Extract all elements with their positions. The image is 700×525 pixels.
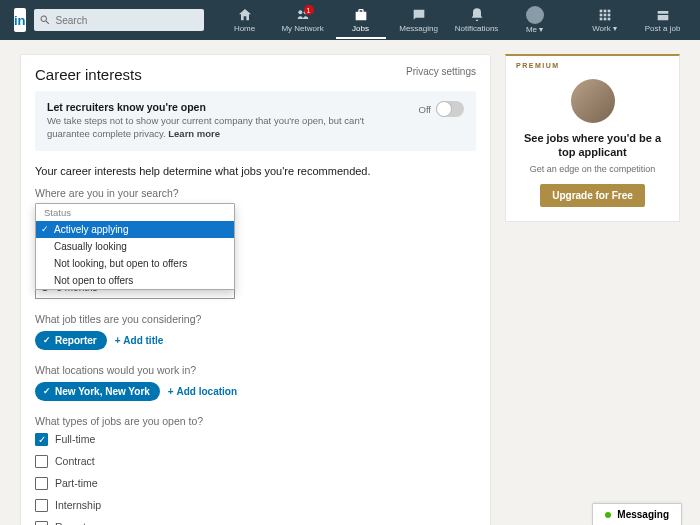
job-type-label: Full-time bbox=[55, 433, 95, 445]
svg-rect-10 bbox=[607, 18, 610, 21]
linkedin-logo[interactable]: in bbox=[14, 8, 26, 32]
svg-rect-2 bbox=[599, 10, 602, 13]
svg-point-0 bbox=[298, 10, 302, 14]
open-heading: Let recruiters know you're open bbox=[47, 101, 405, 113]
status-question: Where are you in your search? bbox=[35, 187, 476, 199]
svg-rect-6 bbox=[603, 14, 606, 17]
premium-sub: Get an edge on the competition bbox=[520, 164, 665, 174]
status-option-not-looking[interactable]: Not looking, but open to offers bbox=[36, 255, 234, 272]
job-type-row[interactable]: ✓Full-time bbox=[35, 433, 476, 446]
open-body: We take steps not to show your current c… bbox=[47, 115, 405, 141]
job-type-row[interactable]: Remote bbox=[35, 521, 476, 525]
nav-jobs[interactable]: Jobs bbox=[336, 7, 386, 33]
add-location-link[interactable]: Add location bbox=[168, 386, 237, 397]
messaging-bar[interactable]: Messaging bbox=[592, 503, 682, 525]
types-question: What types of jobs are you open to? bbox=[35, 415, 476, 427]
job-type-label: Contract bbox=[55, 455, 95, 467]
checkbox-full-time[interactable]: ✓ bbox=[35, 433, 48, 446]
open-toggle[interactable]: Off bbox=[419, 101, 465, 117]
top-nav: in Home 1My Network Jobs Messaging Notif… bbox=[0, 0, 700, 40]
checkbox-contract[interactable] bbox=[35, 455, 48, 468]
svg-rect-3 bbox=[603, 10, 606, 13]
dropdown-header: Status bbox=[36, 204, 234, 221]
svg-rect-5 bbox=[599, 14, 602, 17]
search-input[interactable] bbox=[34, 9, 204, 31]
toggle-label: Off bbox=[419, 104, 432, 115]
learn-more-link[interactable]: Learn more bbox=[168, 128, 220, 139]
search-container bbox=[34, 9, 204, 31]
page-title: Career interests bbox=[35, 66, 142, 83]
title-chip-reporter[interactable]: Reporter bbox=[35, 331, 107, 350]
intro-text: Your career interests help determine wha… bbox=[21, 165, 490, 187]
career-interests-card: Career interests Privacy settings Let re… bbox=[20, 54, 491, 525]
status-dropdown: Status Actively applying Casually lookin… bbox=[35, 203, 235, 290]
premium-avatar bbox=[571, 79, 615, 123]
privacy-settings-link[interactable]: Privacy settings bbox=[406, 66, 476, 83]
job-type-row[interactable]: Part-time bbox=[35, 477, 476, 490]
nav-work[interactable]: Work ▾ bbox=[580, 7, 630, 33]
svg-rect-4 bbox=[607, 10, 610, 13]
svg-rect-7 bbox=[607, 14, 610, 17]
nav-post-job[interactable]: Post a job bbox=[638, 7, 688, 33]
premium-heading: See jobs where you'd be a top applicant bbox=[520, 131, 665, 160]
status-option-casual[interactable]: Casually looking bbox=[36, 238, 234, 255]
avatar-icon bbox=[526, 6, 544, 24]
job-type-label: Remote bbox=[55, 521, 92, 525]
open-to-recruiters-box: Let recruiters know you're open We take … bbox=[35, 91, 476, 151]
job-type-row[interactable]: Internship bbox=[35, 499, 476, 512]
svg-rect-9 bbox=[603, 18, 606, 21]
location-chip-ny[interactable]: New York, New York bbox=[35, 382, 160, 401]
nav-network[interactable]: 1My Network bbox=[278, 7, 328, 33]
job-type-label: Internship bbox=[55, 499, 101, 511]
status-option-active[interactable]: Actively applying bbox=[36, 221, 234, 238]
notification-badge: 1 bbox=[304, 5, 314, 15]
search-icon bbox=[39, 14, 51, 26]
nav-notifications[interactable]: Notifications bbox=[452, 7, 502, 33]
nav-home[interactable]: Home bbox=[220, 7, 270, 33]
job-type-row[interactable]: Contract bbox=[35, 455, 476, 468]
job-type-label: Part-time bbox=[55, 477, 98, 489]
svg-rect-8 bbox=[599, 18, 602, 21]
checkbox-internship[interactable] bbox=[35, 499, 48, 512]
checkbox-remote[interactable] bbox=[35, 521, 48, 525]
toggle-knob bbox=[436, 101, 452, 117]
upgrade-button[interactable]: Upgrade for Free bbox=[540, 184, 645, 207]
online-status-icon bbox=[605, 512, 611, 518]
premium-tag: PREMIUM bbox=[506, 56, 679, 75]
add-title-link[interactable]: Add title bbox=[115, 335, 164, 346]
nav-me[interactable]: Me ▾ bbox=[510, 6, 560, 34]
status-option-not-open[interactable]: Not open to offers bbox=[36, 272, 234, 289]
nav-messaging[interactable]: Messaging bbox=[394, 7, 444, 33]
locations-question: What locations would you work in? bbox=[35, 364, 476, 376]
premium-card: PREMIUM See jobs where you'd be a top ap… bbox=[505, 54, 680, 222]
titles-question: What job titles are you considering? bbox=[35, 313, 476, 325]
toggle-switch[interactable] bbox=[436, 101, 464, 117]
checkbox-part-time[interactable] bbox=[35, 477, 48, 490]
